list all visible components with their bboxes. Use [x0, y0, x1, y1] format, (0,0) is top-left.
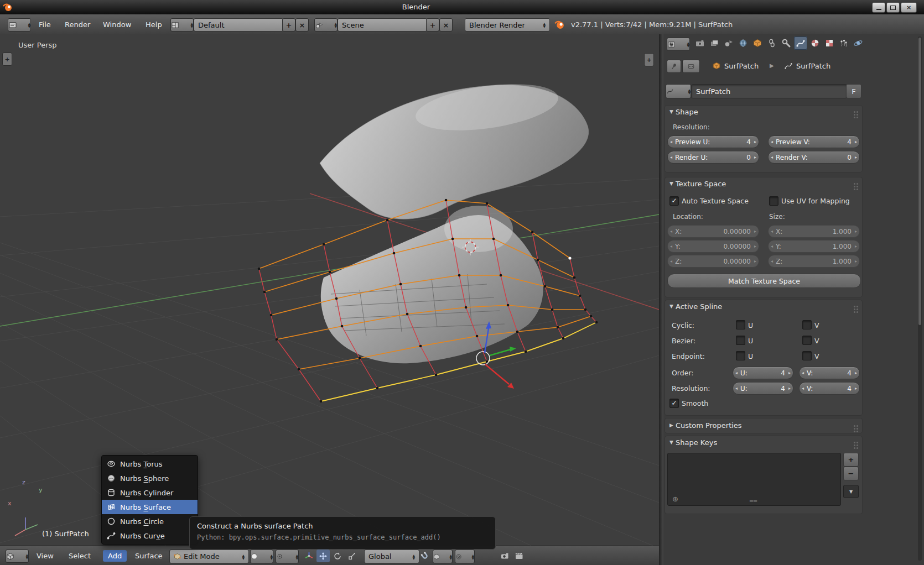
panel-grip-icon[interactable] [854, 444, 855, 446]
manipulator-scale-button[interactable] [345, 550, 359, 562]
increment-arrow-icon[interactable]: ▸ [752, 155, 759, 160]
decrement-arrow-icon[interactable]: ◂ [668, 155, 674, 160]
decrement-arrow-icon[interactable]: ◂ [800, 370, 806, 375]
texspace-location-x-field[interactable]: ◂ X: 0.00000 ▸ [667, 225, 759, 238]
decrement-arrow-icon[interactable]: ◂ [668, 259, 674, 264]
properties-scrollbar-thumb[interactable] [918, 38, 921, 325]
modifiers-tab[interactable] [780, 36, 793, 50]
texture-tab[interactable] [823, 36, 836, 50]
cyclic-v-checkbox[interactable] [802, 320, 812, 329]
decrement-arrow-icon[interactable]: ◂ [769, 259, 775, 264]
decrement-arrow-icon[interactable]: ◂ [668, 229, 674, 234]
menu-item-nurbs-sphere[interactable]: Nurbs Sphere [102, 471, 198, 485]
texspace-location-z-field[interactable]: ◂ Z: 0.00000 ▸ [667, 255, 759, 268]
title-bar[interactable]: Blender × [0, 0, 924, 15]
bezier-u-checkbox[interactable] [736, 336, 745, 345]
increment-arrow-icon[interactable]: ▸ [853, 244, 859, 249]
increment-arrow-icon[interactable]: ▸ [853, 155, 859, 160]
decrement-arrow-icon[interactable]: ◂ [733, 370, 740, 375]
3d-viewport-canvas[interactable] [0, 34, 659, 546]
auto-texture-space-checkbox[interactable]: ✓ [669, 196, 679, 206]
particles-tab[interactable] [837, 36, 850, 50]
menu-add[interactable]: Add [103, 550, 127, 562]
smooth-checkbox[interactable]: ✓ [669, 399, 679, 408]
manipulator-toggle-button[interactable] [302, 550, 315, 562]
add-shape-key-button[interactable]: + [843, 453, 859, 467]
order-v-field[interactable]: ◂ V: 4 ▸ [799, 367, 860, 379]
decrement-arrow-icon[interactable]: ◂ [769, 229, 775, 234]
panel-grip-icon[interactable] [854, 186, 855, 187]
datablock-name-input[interactable]: SurfPatch [691, 84, 847, 98]
physics-tab[interactable] [852, 36, 865, 50]
menu-item-nurbs-circle[interactable]: Nurbs Circle [102, 514, 198, 529]
increment-arrow-icon[interactable]: ▸ [752, 244, 759, 249]
editor-type-3dview-button[interactable]: ▲▼ [6, 550, 29, 563]
decrement-arrow-icon[interactable]: ◂ [800, 386, 806, 391]
endpoint-u-checkbox[interactable] [736, 351, 745, 360]
remove-shape-key-button[interactable]: − [843, 467, 859, 480]
custom-properties-header[interactable]: ▶ Custom Properties [665, 418, 862, 432]
maximize-button[interactable] [886, 2, 900, 13]
object-tab[interactable] [751, 36, 764, 50]
increment-arrow-icon[interactable]: ▸ [853, 370, 859, 375]
texspace-size-y-field[interactable]: ◂ Y: 1.000 ▸ [768, 240, 860, 253]
delete-layout-button[interactable]: × [295, 18, 309, 32]
render-u-field[interactable]: ◂ Render U: 0 ▸ [667, 151, 759, 164]
increment-arrow-icon[interactable]: ▸ [786, 370, 793, 375]
mode-dropdown[interactable]: Edit Mode ▲▼ [169, 550, 249, 563]
screen-layout-browse-button[interactable]: ▲▼ [170, 18, 194, 32]
panel-expand-icon[interactable]: ▼ [667, 304, 676, 309]
panel-grip-icon[interactable] [854, 114, 855, 116]
menu-item-nurbs-curve[interactable]: Nurbs Curve [102, 529, 198, 543]
pivot-point-dropdown[interactable]: ▲▼ [276, 550, 299, 563]
scene-field[interactable]: Scene [338, 18, 427, 32]
decrement-arrow-icon[interactable]: ◂ [668, 139, 674, 144]
cyclic-u-checkbox[interactable] [736, 320, 745, 329]
editor-type-info-button[interactable]: ▲▼ [8, 18, 31, 32]
breadcrumb-data-name[interactable]: SurfPatch [796, 62, 830, 70]
decrement-arrow-icon[interactable]: ◂ [769, 244, 775, 249]
world-tab[interactable] [736, 36, 750, 50]
editor-type-properties-button[interactable]: ▲▼ [667, 38, 690, 51]
preview-v-field[interactable]: ◂ Preview V: 4 ▸ [768, 135, 860, 148]
active-control-point[interactable] [568, 257, 571, 259]
texture-space-panel-header[interactable]: ▼ Texture Space [665, 177, 862, 190]
increment-arrow-icon[interactable]: ▸ [752, 259, 759, 264]
render-v-field[interactable]: ◂ Render V: 0 ▸ [768, 151, 860, 164]
render-engine-field[interactable]: Blender Render ▲▼ [465, 18, 550, 32]
panel-expand-icon[interactable]: ▼ [667, 109, 676, 114]
menu-window[interactable]: Window [103, 20, 131, 29]
panel-grip-icon[interactable] [854, 308, 855, 310]
endpoint-v-checkbox[interactable] [802, 351, 812, 360]
match-texture-space-button[interactable]: Match Texture Space [667, 274, 861, 288]
order-u-field[interactable]: ◂ U: 4 ▸ [733, 367, 793, 379]
viewport-shading-dropdown[interactable]: ▲▼ [250, 550, 273, 563]
render-still-button[interactable] [498, 550, 511, 562]
scene-browse-button[interactable]: ▲▼ [314, 18, 338, 32]
add-layout-button[interactable]: + [282, 18, 295, 32]
increment-arrow-icon[interactable]: ▸ [853, 139, 859, 144]
snap-toggle-button[interactable] [418, 550, 432, 562]
decrement-arrow-icon[interactable]: ◂ [668, 244, 674, 249]
active-spline-panel-header[interactable]: ▼ Active Spline [665, 300, 862, 312]
panel-expand-icon[interactable]: ▼ [667, 440, 676, 445]
shape-panel-header[interactable]: ▼ Shape [665, 106, 862, 118]
breadcrumb-object-name[interactable]: SurfPatch [724, 62, 759, 70]
panel-expand-icon[interactable]: ▶ [667, 422, 676, 428]
decrement-arrow-icon[interactable]: ◂ [769, 139, 775, 144]
panel-grip-icon[interactable] [854, 428, 855, 430]
increment-arrow-icon[interactable]: ▸ [853, 259, 859, 264]
delete-scene-button[interactable]: × [439, 18, 453, 32]
render-animation-button[interactable] [512, 550, 526, 562]
decrement-arrow-icon[interactable]: ◂ [733, 386, 740, 391]
resolution-u-field[interactable]: ◂ U: 4 ▸ [733, 382, 793, 395]
datablock-browse-button[interactable]: ▲▼ [666, 84, 691, 98]
menu-help[interactable]: Help [146, 20, 162, 29]
list-resize-grip-icon[interactable]: ══ [750, 498, 757, 504]
fake-user-button[interactable]: F [846, 84, 861, 98]
menu-item-nurbs-surface[interactable]: Nurbs Surface [102, 500, 198, 514]
resolution-v-field[interactable]: ◂ V: 4 ▸ [799, 382, 860, 395]
shape-key-specials-button[interactable]: ▼ [843, 485, 859, 498]
bezier-v-checkbox[interactable] [802, 336, 812, 345]
pin-vertex-icon[interactable]: ⊕ [672, 495, 678, 503]
